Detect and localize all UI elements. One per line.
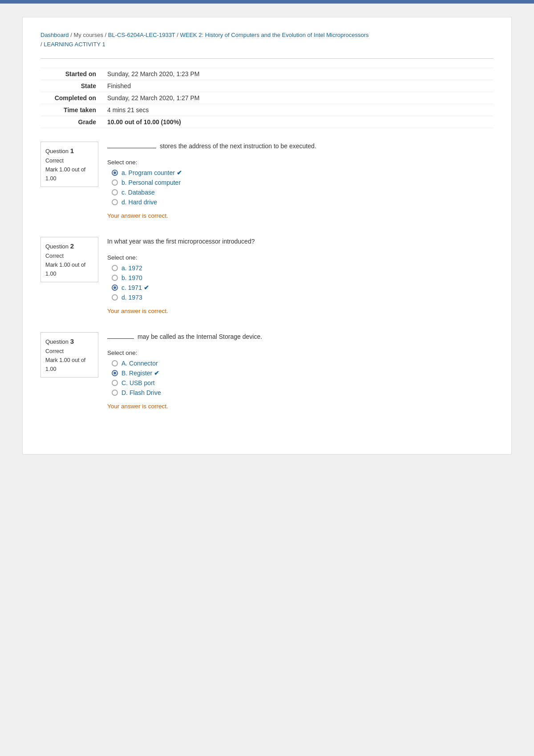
breadcrumb-course[interactable]: BL-CS-6204A-LEC-1933T bbox=[108, 32, 175, 38]
options-list-1: a. Program counter ✔b. Personal computer… bbox=[112, 169, 494, 206]
radio-circle-3-1[interactable] bbox=[112, 360, 118, 366]
question-label-1: Question 1 bbox=[45, 148, 74, 154]
option-item-2-2: b. 1970 bbox=[112, 274, 494, 281]
option-item-1-4: d. Hard drive bbox=[112, 199, 494, 206]
breadcrumb-week[interactable]: WEEK 2: History of Computers and the Evo… bbox=[180, 32, 368, 38]
question-label-3: Question 3 bbox=[45, 338, 74, 345]
question-blank-1 bbox=[107, 148, 156, 148]
question-block-3: Question 3CorrectMark 1.00 out of 1.00 m… bbox=[40, 332, 494, 410]
check-mark-2-3: ✔ bbox=[144, 284, 149, 291]
radio-circle-2-4[interactable] bbox=[112, 294, 118, 301]
radio-circle-2-1[interactable] bbox=[112, 265, 118, 271]
question-label-2: Question 2 bbox=[45, 243, 74, 250]
info-row-grade: Grade 10.00 out of 10.00 (100%) bbox=[40, 116, 494, 128]
page-container: Dashboard / My courses / BL-CS-6204A-LEC… bbox=[22, 17, 512, 455]
question-text-1: stores the address of the next instructi… bbox=[107, 142, 494, 151]
question-number-3: 3 bbox=[70, 337, 74, 345]
question-mark-2: Mark 1.00 out of 1.00 bbox=[45, 262, 85, 277]
option-item-3-3: C. USB port bbox=[112, 379, 494, 386]
time-taken-value: 4 mins 21 secs bbox=[103, 104, 494, 116]
question-block-1: Question 1CorrectMark 1.00 out of 1.00 s… bbox=[40, 142, 494, 219]
option-item-3-1: A. Connector bbox=[112, 360, 494, 367]
info-row-time: Time taken 4 mins 21 secs bbox=[40, 104, 494, 116]
option-text-1-2: b. Personal computer bbox=[121, 179, 181, 186]
question-mark-3: Mark 1.00 out of 1.00 bbox=[45, 357, 85, 372]
options-list-2: a. 1972b. 1970c. 1971 ✔d. 1973 bbox=[112, 264, 494, 301]
radio-circle-3-3[interactable] bbox=[112, 380, 118, 386]
questions-container: Question 1CorrectMark 1.00 out of 1.00 s… bbox=[40, 142, 494, 410]
option-text-3-1: A. Connector bbox=[121, 360, 158, 367]
question-status-1: Correct bbox=[45, 158, 64, 164]
question-text-2: In what year was the first microprocesso… bbox=[107, 237, 494, 246]
option-text-3-4: D. Flash Drive bbox=[121, 389, 161, 396]
question-content-3: may be called as the Internal Storage de… bbox=[107, 332, 494, 410]
breadcrumb-activity[interactable]: LEARNING ACTIVITY 1 bbox=[44, 41, 105, 48]
state-value: Finished bbox=[103, 80, 494, 92]
option-text-1-3: c. Database bbox=[121, 189, 155, 196]
options-list-3: A. ConnectorB. Register ✔C. USB portD. F… bbox=[112, 360, 494, 396]
started-on-value: Sunday, 22 March 2020, 1:23 PM bbox=[103, 68, 494, 80]
option-text-2-4: d. 1973 bbox=[121, 294, 142, 301]
question-mark-1: Mark 1.00 out of 1.00 bbox=[45, 167, 85, 182]
option-text-3-2: B. Register bbox=[121, 370, 152, 377]
check-mark-1-1: ✔ bbox=[177, 169, 182, 176]
breadcrumb-mycourses: My courses bbox=[73, 32, 103, 38]
question-sidebar-1: Question 1CorrectMark 1.00 out of 1.00 bbox=[40, 142, 98, 219]
option-text-2-2: b. 1970 bbox=[121, 274, 142, 281]
time-taken-label: Time taken bbox=[40, 104, 103, 116]
breadcrumb-dashboard[interactable]: Dashboard bbox=[40, 32, 69, 38]
question-status-2: Correct bbox=[45, 253, 64, 259]
feedback-2: Your answer is correct. bbox=[107, 308, 494, 314]
info-row-completed: Completed on Sunday, 22 March 2020, 1:27… bbox=[40, 92, 494, 104]
radio-circle-1-2[interactable] bbox=[112, 179, 118, 186]
question-content-2: In what year was the first microprocesso… bbox=[107, 237, 494, 314]
question-sidebar-box-1: Question 1CorrectMark 1.00 out of 1.00 bbox=[40, 142, 98, 187]
question-sidebar-2: Question 2CorrectMark 1.00 out of 1.00 bbox=[40, 237, 98, 314]
completed-on-label: Completed on bbox=[40, 92, 103, 104]
option-text-1-1: a. Program counter bbox=[121, 169, 175, 176]
feedback-1: Your answer is correct. bbox=[107, 212, 494, 219]
top-bar bbox=[0, 0, 534, 4]
option-item-2-4: d. 1973 bbox=[112, 294, 494, 301]
option-item-2-3: c. 1971 ✔ bbox=[112, 284, 494, 291]
question-status-3: Correct bbox=[45, 348, 64, 354]
info-table: Started on Sunday, 22 March 2020, 1:23 P… bbox=[40, 68, 494, 128]
radio-circle-3-2[interactable] bbox=[112, 370, 118, 376]
radio-circle-1-3[interactable] bbox=[112, 189, 118, 195]
option-text-3-3: C. USB port bbox=[121, 379, 155, 386]
question-block-2: Question 2CorrectMark 1.00 out of 1.00In… bbox=[40, 237, 494, 314]
question-content-1: stores the address of the next instructi… bbox=[107, 142, 494, 219]
grade-value: 10.00 out of 10.00 (100%) bbox=[103, 116, 494, 128]
radio-circle-1-1[interactable] bbox=[112, 170, 118, 176]
option-text-1-4: d. Hard drive bbox=[121, 199, 157, 206]
check-mark-3-2: ✔ bbox=[154, 370, 159, 377]
question-number-1: 1 bbox=[70, 147, 74, 154]
select-one-label-2: Select one: bbox=[107, 254, 494, 261]
select-one-label-3: Select one: bbox=[107, 350, 494, 356]
question-sidebar-box-2: Question 2CorrectMark 1.00 out of 1.00 bbox=[40, 237, 98, 282]
question-sidebar-box-3: Question 3CorrectMark 1.00 out of 1.00 bbox=[40, 332, 98, 378]
option-item-1-1: a. Program counter ✔ bbox=[112, 169, 494, 176]
question-number-2: 2 bbox=[70, 242, 74, 250]
question-blank-3 bbox=[107, 338, 134, 339]
option-item-3-4: D. Flash Drive bbox=[112, 389, 494, 396]
breadcrumb: Dashboard / My courses / BL-CS-6204A-LEC… bbox=[40, 31, 494, 49]
divider-top bbox=[40, 58, 494, 59]
radio-circle-2-3[interactable] bbox=[112, 285, 118, 291]
started-on-label: Started on bbox=[40, 68, 103, 80]
select-one-label-1: Select one: bbox=[107, 159, 494, 166]
option-item-3-2: B. Register ✔ bbox=[112, 370, 494, 377]
option-text-2-1: a. 1972 bbox=[121, 264, 142, 272]
completed-on-value: Sunday, 22 March 2020, 1:27 PM bbox=[103, 92, 494, 104]
info-row-started: Started on Sunday, 22 March 2020, 1:23 P… bbox=[40, 68, 494, 80]
question-text-3: may be called as the Internal Storage de… bbox=[107, 332, 494, 341]
question-sidebar-3: Question 3CorrectMark 1.00 out of 1.00 bbox=[40, 332, 98, 410]
radio-circle-2-2[interactable] bbox=[112, 275, 118, 281]
radio-circle-3-4[interactable] bbox=[112, 390, 118, 396]
feedback-3: Your answer is correct. bbox=[107, 403, 494, 410]
radio-circle-1-4[interactable] bbox=[112, 199, 118, 205]
option-text-2-3: c. 1971 bbox=[121, 284, 142, 291]
option-item-1-2: b. Personal computer bbox=[112, 179, 494, 186]
state-label: State bbox=[40, 80, 103, 92]
grade-label: Grade bbox=[40, 116, 103, 128]
